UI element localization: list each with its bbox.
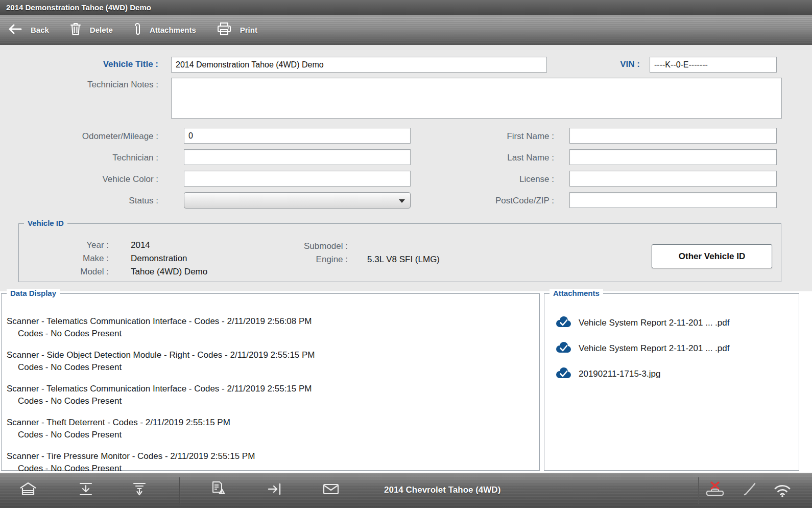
engine-value: 5.3L V8 SFI (LMG)	[367, 255, 440, 265]
paperclip-icon	[133, 21, 141, 39]
entry-title: Scanner - Side Object Detection Module -…	[7, 350, 533, 360]
license-input[interactable]	[569, 171, 777, 187]
cloud-check-icon	[555, 366, 572, 381]
postcode-zip-input[interactable]	[569, 192, 777, 208]
print-label: Print	[240, 26, 257, 34]
data-display-entry[interactable]: Scanner - Tire Pressure Monitor - Codes …	[7, 451, 533, 474]
entry-detail: Codes - No Codes Present	[7, 362, 533, 373]
attachments-legend: Attachments	[550, 289, 603, 298]
stylus-icon	[742, 481, 757, 496]
attachments-button[interactable]: Attachments	[133, 21, 196, 39]
toolbar-divider	[179, 477, 180, 504]
make-label: Make :	[53, 253, 109, 264]
data-display-groupbox: Data Display Scanner - Telematics Commun…	[1, 293, 540, 471]
lower-panels: Data Display Scanner - Telematics Commun…	[0, 291, 812, 473]
home-button[interactable]	[19, 481, 37, 497]
window-titlebar: 2014 Demonstration Tahoe (4WD) Demo	[0, 0, 812, 15]
technician-notes-label: Technician Notes :	[31, 80, 158, 90]
funnel-down-button[interactable]	[131, 481, 148, 497]
vehicle-title-input[interactable]	[171, 57, 547, 73]
data-display-entry[interactable]: Scanner - Telematics Communication Inter…	[7, 384, 533, 406]
entry-title: Scanner - Telematics Communication Inter…	[7, 316, 533, 327]
status-dropdown-value	[184, 196, 188, 204]
back-button[interactable]: Back	[7, 24, 49, 37]
top-toolbar: Back Delete Attachments Print	[0, 15, 812, 45]
engine-label: Engine :	[271, 255, 348, 265]
attachment-name: 20190211-1715-3.jpg	[579, 369, 660, 379]
entry-title: Scanner - Theft Deterrent - Codes - 2/11…	[7, 418, 533, 428]
make-value: Demonstration	[131, 253, 187, 264]
entry-detail: Codes - No Codes Present	[7, 430, 533, 440]
last-name-label: Last Name :	[426, 153, 554, 163]
data-display-legend: Data Display	[7, 289, 60, 298]
dock-bottom-button[interactable]	[78, 481, 94, 497]
technician-input[interactable]	[184, 149, 411, 165]
model-label: Model :	[53, 267, 109, 277]
wifi-icon	[772, 482, 793, 498]
toolbar-divider	[698, 477, 699, 504]
first-name-label: First Name :	[426, 131, 554, 142]
attachment-item[interactable]: Vehicle System Report 2-11-201 ... .pdf	[555, 341, 729, 356]
attachment-name: Vehicle System Report 2-11-201 ... .pdf	[579, 343, 729, 354]
entry-title: Scanner - Tire Pressure Monitor - Codes …	[7, 451, 533, 461]
attachment-item[interactable]: Vehicle System Report 2-11-201 ... .pdf	[555, 315, 729, 330]
app-window: 2014 Demonstration Tahoe (4WD) Demo Back…	[0, 0, 812, 508]
bottom-toolbar: 2014 Chevrolet Tahoe (4WD)	[0, 473, 812, 508]
back-arrow-icon	[7, 24, 22, 37]
license-label: License :	[426, 174, 554, 184]
print-button[interactable]: Print	[217, 22, 257, 38]
year-label: Year :	[53, 240, 109, 250]
status-label: Status :	[31, 196, 158, 206]
vehicle-id-legend: Vehicle ID	[24, 219, 67, 228]
status-dropdown[interactable]	[184, 192, 411, 209]
technician-notes-input[interactable]	[171, 78, 782, 119]
model-value: Tahoe (4WD) Demo	[131, 267, 207, 277]
other-vehicle-id-button[interactable]: Other Vehicle ID	[652, 244, 772, 268]
submodel-label: Submodel :	[271, 241, 348, 251]
entry-detail: Codes - No Codes Present	[7, 464, 533, 474]
data-display-entry[interactable]: Scanner - Telematics Communication Inter…	[7, 316, 533, 339]
transfer-arrow-button[interactable]	[267, 481, 282, 497]
delete-button[interactable]: Delete	[69, 22, 113, 38]
attachment-name: Vehicle System Report 2-11-201 ... .pdf	[579, 318, 729, 328]
cloud-check-icon	[555, 315, 572, 330]
back-label: Back	[31, 26, 49, 34]
vehicle-title-label: Vehicle Title :	[51, 59, 158, 70]
attachments-groupbox: Attachments Vehicle System Report 2-11-2…	[544, 293, 799, 471]
cloud-check-icon	[555, 341, 572, 356]
active-vehicle-label: 2014 Chevrolet Tahoe (4WD)	[384, 485, 500, 495]
entry-title: Scanner - Telematics Communication Inter…	[7, 384, 533, 394]
vin-label: VIN :	[582, 59, 640, 70]
year-value: 2014	[131, 240, 150, 250]
delete-label: Delete	[90, 26, 113, 34]
report-alert-button[interactable]	[210, 481, 227, 496]
odometer-label: Odometer/Mileage :	[31, 131, 158, 142]
window-title: 2014 Demonstration Tahoe (4WD) Demo	[6, 3, 151, 12]
printer-icon	[217, 22, 232, 38]
chevron-down-icon	[399, 199, 405, 203]
vehicle-color-input[interactable]	[184, 171, 411, 187]
postcode-zip-label: PostCode/ZIP :	[426, 196, 554, 206]
envelope-button[interactable]	[322, 482, 340, 496]
vin-input[interactable]	[650, 57, 777, 73]
data-display-entry[interactable]: Scanner - Theft Deterrent - Codes - 2/11…	[7, 418, 533, 440]
connection-error-icon	[703, 481, 727, 497]
data-display-entry[interactable]: Scanner - Side Object Detection Module -…	[7, 350, 533, 373]
attachments-label: Attachments	[150, 26, 196, 34]
vehicle-color-label: Vehicle Color :	[31, 174, 158, 184]
vehicle-id-groupbox: Vehicle ID Year : 2014 Make : Demonstrat…	[18, 223, 781, 282]
odometer-input[interactable]	[184, 128, 411, 144]
entry-detail: Codes - No Codes Present	[7, 396, 533, 406]
entry-detail: Codes - No Codes Present	[7, 329, 533, 339]
technician-label: Technician :	[31, 153, 158, 163]
attachment-item[interactable]: 20190211-1715-3.jpg	[555, 366, 660, 381]
trash-icon	[69, 22, 82, 38]
vehicle-record-form: Vehicle Title : VIN : Technician Notes :…	[0, 45, 812, 291]
last-name-input[interactable]	[569, 149, 777, 165]
first-name-input[interactable]	[569, 128, 777, 144]
